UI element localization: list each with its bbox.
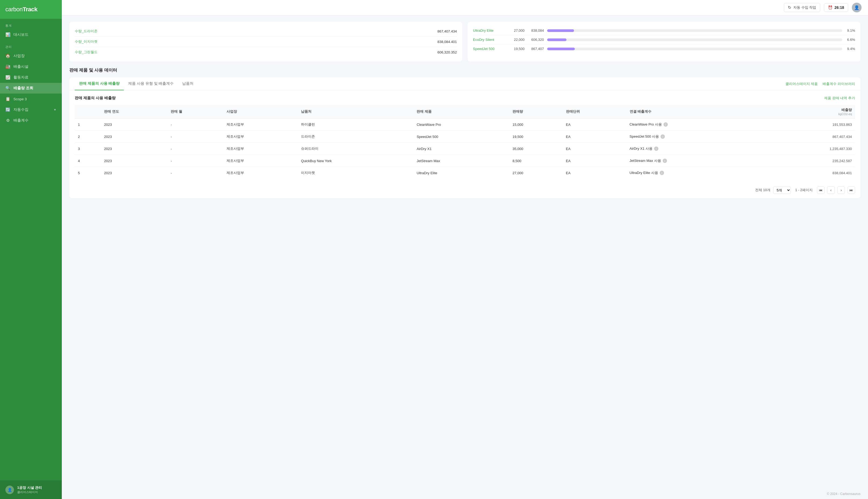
tab-supplier[interactable]: 납품처 [178, 77, 198, 90]
per-page-select[interactable]: 5개 10개 20개 [773, 186, 791, 194]
dashboard-icon: 📊 [5, 32, 10, 37]
sidebar-item-emission-facility[interactable]: 🏭 배출시설 [0, 61, 62, 72]
prev-page-button[interactable]: ‹ [827, 186, 835, 194]
coef-label: AirDry X1 사용 [630, 146, 653, 151]
sidebar: carbonTrack 통계 📊 대시보드 관리 🏠 사업장 🏭 배출시설 📈 … [0, 0, 62, 499]
info-icon[interactable]: i [660, 134, 665, 139]
sidebar-item-activity-data[interactable]: 📈 활동자료 [0, 72, 62, 83]
auto-collect-button[interactable]: ↻ 자동 수입 작업 [784, 3, 820, 12]
cell-month: - [168, 143, 223, 155]
right-bar-1 [547, 29, 842, 32]
cell-month: - [168, 131, 223, 143]
sidebar-item-scope3[interactable]: 📋 Scope 3 [0, 94, 62, 104]
table-section: 판매 제품의 사용 배출량 제품 판매 내역 추가 판매 연도 판매 월 사업장… [69, 90, 860, 183]
info-icon[interactable]: i [660, 171, 664, 175]
col-coef: 연결 배출계수 [627, 105, 766, 119]
cell-month: - [168, 155, 223, 167]
right-name-2[interactable]: EcoDry Silent [473, 38, 508, 42]
info-icon[interactable]: i [663, 159, 667, 163]
sidebar-item-dashboard[interactable]: 📊 대시보드 [0, 29, 62, 40]
cell-site: 제조사업부 [223, 143, 298, 155]
right-bar-fill-2 [547, 38, 567, 41]
tab-product-usage-type[interactable]: 제품 사용 유형 및 배출계수 [124, 77, 178, 90]
summary-right-row-3: SpeedJet 500 19,500 867,407 9.4% [473, 44, 855, 53]
timer-value: 26:18 [834, 5, 844, 10]
col-site: 사업장 [223, 105, 298, 119]
info-icon[interactable]: i [664, 122, 668, 126]
next-page-button[interactable]: › [838, 186, 845, 194]
sidebar-section-manage: 관리 [0, 40, 62, 50]
chevron-down-icon: ▼ [53, 108, 57, 111]
right-name-3[interactable]: SpeedJet 500 [473, 47, 508, 51]
cell-year: 2023 [101, 155, 168, 167]
tab-sold-product-usage[interactable]: 판매 제품의 사용 배출량 [75, 77, 124, 90]
right-pct-3: 9.4% [845, 47, 855, 51]
home-icon: 🏠 [5, 53, 10, 58]
summary-right-row-1: UltraDry Elite 27,000 838,084 9.1% [473, 26, 855, 35]
pagination: 전체 10개 5개 10개 20개 1 - 2페이지 ⏮ ‹ › ⏭ [69, 183, 860, 198]
timer-display[interactable]: ⏰ 26:18 [824, 3, 848, 12]
table-row: 3 2023 - 제조사업부 슈퍼드라이 AirDry X1 35,000 EA… [75, 143, 855, 155]
sidebar-item-site[interactable]: 🏠 사업장 [0, 50, 62, 61]
sidebar-item-label: 자동수집 [13, 107, 28, 112]
cell-supplier: 슈퍼드라이 [298, 143, 413, 155]
sidebar-item-auto-collect[interactable]: 🔄 자동수집 ▼ [0, 104, 62, 115]
factory-icon: 🏭 [5, 64, 10, 69]
first-page-button[interactable]: ⏮ [817, 186, 824, 194]
last-page-button[interactable]: ⏭ [847, 186, 855, 194]
cell-qty: 8,500 [509, 155, 563, 167]
sidebar-bottom-info: 1공장 시설 관리 클리어스테이지 [17, 485, 42, 494]
coef-label: CleanWave Pro 사용 [630, 122, 662, 127]
cell-supplier: 이지마켓 [298, 167, 413, 179]
summary-name-3[interactable]: 수량_그린월드 [75, 50, 98, 54]
cell-qty: 15,000 [509, 119, 563, 131]
cell-coef: UltraDry Elite 사용 i [627, 167, 766, 179]
cell-no: 2 [75, 131, 101, 143]
user-avatar[interactable]: 👤 [852, 3, 861, 12]
cell-supplier: 하이클린 [298, 119, 413, 131]
summary-name-1[interactable]: 수량_드라이존 [75, 29, 98, 34]
summary-name-2[interactable]: 수량_이지마켓 [75, 39, 98, 44]
pagination-total: 전체 10개 [755, 188, 770, 193]
cell-coef: JetStream Max 사용 i [627, 155, 766, 167]
right-bar-fill-3 [547, 48, 575, 50]
cell-no: 3 [75, 143, 101, 155]
right-value-3: 867,407 [528, 47, 544, 51]
sidebar-item-label: 배출시설 [13, 64, 28, 69]
summary-value-1: 867,407.434 [437, 29, 457, 33]
cell-product: JetStream Max [413, 155, 509, 167]
table-row: 5 2023 - 제조사업부 이지마켓 UltraDry Elite 27,00… [75, 167, 855, 179]
col-month: 판매 월 [168, 105, 223, 119]
pagination-page-info: 1 - 2페이지 [795, 188, 813, 193]
cell-unit: EA [563, 143, 627, 155]
info-icon[interactable]: i [654, 147, 658, 151]
main-content: 수량_드라이존 867,407.434 수량_이지마켓 838,084.401 … [62, 15, 868, 489]
table-row: 2 2023 - 제조사업부 드라이존 SpeedJet 500 19,500 … [75, 131, 855, 143]
summary-value-3: 606,320.352 [437, 50, 457, 54]
sidebar-item-emission-coef[interactable]: ⚙ 배출계수 [0, 115, 62, 126]
cell-coef: CleanWave Pro 사용 i [627, 119, 766, 131]
cell-product: UltraDry Elite [413, 167, 509, 179]
emission-coef-library-link[interactable]: 배출계수 라이브러리 [822, 82, 855, 86]
cell-product: SpeedJet 500 [413, 131, 509, 143]
col-qty: 판매량 [509, 105, 563, 119]
cell-year: 2023 [101, 119, 168, 131]
right-count-1: 27,000 [511, 28, 524, 33]
logo: carbonTrack [0, 0, 62, 19]
tabs-container: 판매 제품의 사용 배출량 제품 사용 유형 및 배출계수 납품처 클리어스테이… [69, 77, 860, 198]
right-name-1[interactable]: UltraDry Elite [473, 28, 508, 33]
sidebar-item-emission-inquiry[interactable]: 🔍 배출량 조회 [0, 83, 62, 94]
cell-qty: 19,500 [509, 131, 563, 143]
cell-year: 2023 [101, 167, 168, 179]
clock-icon: ⏰ [828, 5, 832, 10]
summary-row-2: 수량_이지마켓 838,084.401 [75, 37, 457, 47]
clearstage-products-link[interactable]: 클리어스테이지 제품 [785, 82, 818, 86]
right-value-1: 838,084 [528, 28, 544, 33]
top-summary: 수량_드라이존 867,407.434 수량_이지마켓 838,084.401 … [69, 22, 860, 62]
cell-year: 2023 [101, 143, 168, 155]
cell-site: 제조사업부 [223, 167, 298, 179]
cell-no: 5 [75, 167, 101, 179]
section-title: 판매 제품 및 사용 데이터 [69, 68, 860, 73]
add-product-sale-button[interactable]: 제품 판매 내역 추가 [824, 96, 855, 100]
cell-supplier: 드라이존 [298, 131, 413, 143]
